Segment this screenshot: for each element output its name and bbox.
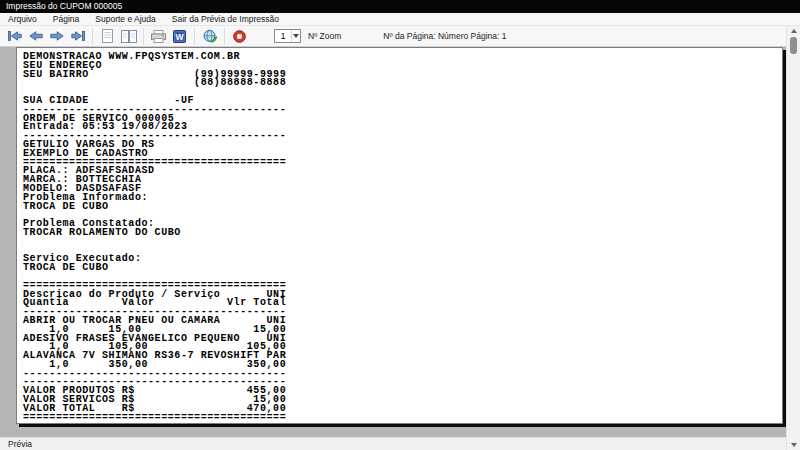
toolbar-separator xyxy=(143,28,144,45)
receipt-text: DEMONSTRACAO WWW.FPQSYSTEM.COM.BRSEU END… xyxy=(23,53,286,422)
status-text: Prévia xyxy=(8,439,32,449)
zoom-label: Nº Zoom xyxy=(308,31,341,41)
receipt-line: ======================================== xyxy=(23,414,286,423)
web-button[interactable] xyxy=(201,28,218,45)
page-number-label: Nº da Página: Número Página: 1 xyxy=(383,31,506,41)
first-page-button[interactable] xyxy=(6,28,23,45)
chevron-down-icon xyxy=(291,30,300,42)
single-page-view-button[interactable] xyxy=(99,28,116,45)
toolbar-separator xyxy=(194,28,195,45)
arrow-down-icon xyxy=(791,443,797,447)
stop-button[interactable] xyxy=(231,28,248,45)
export-word-icon: W xyxy=(173,30,186,43)
receipt-line: TROCAR ROLAMENTO DO CUBO xyxy=(23,229,286,238)
arrow-up-icon xyxy=(791,29,797,33)
menu-item[interactable]: Sair da Prévia de Impressão xyxy=(164,13,287,26)
menu-bar: ArquivoPáginaSuporte e AjudaSair da Prév… xyxy=(0,13,800,26)
export-word-button[interactable]: W xyxy=(171,28,188,45)
print-button[interactable] xyxy=(150,28,167,45)
toolbar: W 1 xyxy=(0,26,786,47)
single-page-view-icon xyxy=(102,29,113,43)
scrollbar-thumb[interactable] xyxy=(790,37,797,54)
receipt-line: TROCA DE CUBO xyxy=(23,264,286,273)
receipt-line xyxy=(23,238,286,247)
receipt-line: TROCA DE CUBO xyxy=(23,203,286,212)
stop-icon xyxy=(233,30,246,43)
next-page-icon xyxy=(50,31,64,41)
window-title: Impressão do CUPOM 000005 xyxy=(6,1,122,11)
last-page-button[interactable] xyxy=(69,28,86,45)
title-bar: Impressão do CUPOM 000005 xyxy=(0,0,800,13)
toolbar-separator xyxy=(92,28,93,45)
menu-item[interactable]: Arquivo xyxy=(0,13,45,26)
zoom-dropdown[interactable]: 1 xyxy=(274,29,301,43)
menu-item[interactable]: Suporte e Ajuda xyxy=(87,13,164,26)
first-page-icon xyxy=(8,31,22,41)
last-page-icon xyxy=(71,31,85,41)
print-icon xyxy=(151,30,166,43)
two-page-view-button[interactable] xyxy=(120,28,137,45)
previous-page-button[interactable] xyxy=(27,28,44,45)
two-page-view-icon xyxy=(121,30,137,43)
receipt-line: (88)88888-8888 xyxy=(23,79,286,88)
zoom-dropdown-value: 1 xyxy=(275,31,291,41)
vertical-scrollbar[interactable] xyxy=(786,26,800,450)
menu-item[interactable]: Página xyxy=(45,13,87,26)
previous-page-icon xyxy=(29,31,43,41)
app-window: Impressão do CUPOM 000005 ArquivoPáginaS… xyxy=(0,0,800,450)
status-bar: Prévia xyxy=(0,437,786,450)
next-page-button[interactable] xyxy=(48,28,65,45)
receipt-paper: DEMONSTRACAO WWW.FPQSYSTEM.COM.BRSEU END… xyxy=(16,47,783,424)
preview-area: DEMONSTRACAO WWW.FPQSYSTEM.COM.BRSEU END… xyxy=(0,47,786,437)
scrollbar-down-button[interactable] xyxy=(787,440,800,450)
svg-text:W: W xyxy=(175,31,184,41)
toolbar-separator xyxy=(224,28,225,45)
web-icon xyxy=(203,29,217,43)
scrollbar-up-button[interactable] xyxy=(787,26,800,36)
